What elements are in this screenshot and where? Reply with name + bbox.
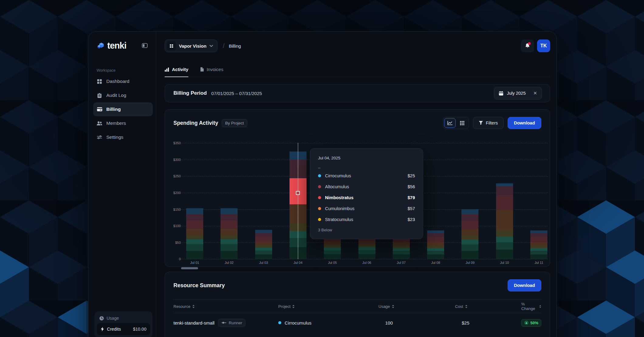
- filters-button[interactable]: Filters: [473, 117, 503, 129]
- bar-segment-jul-07[interactable]: [393, 251, 410, 254]
- bar-segment-jul-05[interactable]: [324, 250, 341, 254]
- bar-segment-cirrocumulus[interactable]: [530, 230, 547, 233]
- bar-segment-jul-09[interactable]: [461, 244, 478, 251]
- column-header-resource[interactable]: Resource: [173, 304, 278, 309]
- column-header-usage[interactable]: Usage: [379, 304, 455, 309]
- resource-name: tenki-standard-small: [173, 320, 214, 325]
- bar-segment-jul-02[interactable]: [221, 239, 238, 244]
- line-chart-view-button[interactable]: [444, 118, 456, 128]
- bar-segment-altocumulus[interactable]: [186, 214, 203, 221]
- bar-segment-cumulonimbus[interactable]: [358, 241, 375, 244]
- user-avatar[interactable]: TK: [537, 39, 550, 52]
- bar-segment-stratocumulus[interactable]: [530, 246, 547, 248]
- bar-segment-nimbostratus[interactable]: [496, 195, 513, 210]
- bar-segment-cirrocumulus[interactable]: [461, 209, 478, 214]
- bar-segment-jul-07[interactable]: [393, 248, 410, 251]
- bar-segment-jul-09[interactable]: [461, 251, 478, 259]
- bar-segment-jul-03[interactable]: [255, 250, 272, 254]
- bar-segment-jul-06[interactable]: [358, 247, 375, 250]
- bar-segment-stratocumulus[interactable]: [255, 245, 272, 248]
- bar-segment-altocumulus[interactable]: [255, 233, 272, 237]
- bar-segment-stratocumulus[interactable]: [496, 230, 513, 237]
- bar-segment-jul-11[interactable]: [530, 251, 547, 254]
- bar-segment-jul-02[interactable]: [221, 244, 238, 251]
- bar-segment-jul-10[interactable]: [496, 250, 513, 259]
- spending-chart[interactable]: Jul 04, 2025 – Cirrocumulus$25Altocumulu…: [173, 140, 541, 267]
- column-header-cost[interactable]: Cost: [455, 304, 521, 309]
- bar-segment-cirrocumulus[interactable]: [221, 208, 238, 214]
- bar-segment-jul-09[interactable]: [461, 240, 478, 244]
- sidebar-item-settings[interactable]: Settings: [88, 130, 153, 144]
- bar-segment-jul-08[interactable]: [427, 254, 444, 259]
- grid-view-button[interactable]: [456, 118, 468, 128]
- bar-segment-cumulonimbus[interactable]: [186, 229, 203, 235]
- chart-horizontal-scrollbar[interactable]: [181, 267, 198, 269]
- bar-segment-cirrocumulus[interactable]: [427, 230, 444, 233]
- sidebar-item-members[interactable]: Members: [88, 116, 153, 130]
- sidebar-item-audit-log[interactable]: Audit Log: [88, 88, 153, 102]
- bar-segment-jul-08[interactable]: [427, 251, 444, 254]
- bar-segment-altocumulus[interactable]: [461, 214, 478, 221]
- bar-segment-cirrocumulus[interactable]: [186, 208, 203, 214]
- bar-segment-jul-01[interactable]: [186, 251, 203, 259]
- bar-segment-nimbostratus[interactable]: [530, 237, 547, 242]
- bar-segment-cumulonimbus[interactable]: [530, 242, 547, 246]
- bar-segment-stratocumulus[interactable]: [393, 246, 410, 248]
- bar-segment-jul-06[interactable]: [358, 254, 375, 259]
- bar-segment-stratocumulus[interactable]: [461, 235, 478, 240]
- bar-segment-jul-01[interactable]: [186, 244, 203, 251]
- bar-segment-jul-05[interactable]: [324, 247, 341, 250]
- clear-month-filter-icon[interactable]: ✕: [533, 90, 537, 96]
- bar-segment-jul-11[interactable]: [530, 254, 547, 259]
- bar-segment-nimbostratus[interactable]: [221, 221, 238, 229]
- bar-segment-cirrocumulus[interactable]: [255, 230, 272, 233]
- month-filter-chip[interactable]: July 2025 ✕: [494, 87, 542, 100]
- bar-segment-jul-03[interactable]: [255, 254, 272, 259]
- bar-segment-stratocumulus[interactable]: [358, 244, 375, 247]
- bar-segment-nimbostratus[interactable]: [255, 237, 272, 242]
- bar-segment-cirrocumulus[interactable]: [496, 183, 513, 186]
- tab-activity[interactable]: Activity: [165, 67, 188, 77]
- column-header-project[interactable]: Project: [278, 304, 379, 309]
- bar-segment-jul-08[interactable]: [427, 248, 444, 251]
- bar-segment-nimbostratus[interactable]: [186, 221, 203, 229]
- bar-segment-nimbostratus[interactable]: [427, 237, 444, 242]
- bar-segment-cumulonimbus[interactable]: [324, 241, 341, 245]
- bar-segment-cumulonimbus[interactable]: [221, 229, 238, 235]
- bar-segment-altocumulus[interactable]: [530, 233, 547, 237]
- table-row[interactable]: tenki-standard-smallRunnerCirrocumulus10…: [173, 313, 541, 332]
- x-axis-tick: Jul 11: [528, 261, 550, 264]
- bar-segment-cumulonimbus[interactable]: [461, 229, 478, 235]
- bar-segment-altocumulus[interactable]: [221, 214, 238, 221]
- bar-segment-cumulonimbus[interactable]: [496, 210, 513, 230]
- bar-segment-jul-01[interactable]: [186, 239, 203, 244]
- bar-segment-altocumulus[interactable]: [427, 233, 444, 237]
- bar-segment-jul-07[interactable]: [393, 254, 410, 259]
- bar-segment-stratocumulus[interactable]: [427, 246, 444, 248]
- tab-invoices[interactable]: Invoices: [200, 67, 223, 77]
- bar-segment-jul-10[interactable]: [496, 237, 513, 242]
- sidebar-item-dashboard[interactable]: Dashboard: [88, 74, 153, 88]
- bar-segment-stratocumulus[interactable]: [221, 235, 238, 239]
- bar-segment-nimbostratus[interactable]: [461, 221, 478, 229]
- bar-segment-cumulonimbus[interactable]: [255, 242, 272, 245]
- bar-segment-jul-02[interactable]: [221, 251, 238, 259]
- resource-download-button[interactable]: Download: [508, 279, 541, 291]
- sidebar-collapse-button[interactable]: [141, 42, 149, 49]
- sidebar-item-billing[interactable]: Billing: [93, 102, 153, 116]
- bar-segment-stratocumulus[interactable]: [186, 235, 203, 239]
- column-header-change[interactable]: % Change: [521, 302, 541, 311]
- bar-segment-jul-05[interactable]: [324, 254, 341, 259]
- bar-segment-jul-11[interactable]: [530, 248, 547, 251]
- spending-download-button[interactable]: Download: [508, 117, 541, 129]
- bar-segment-cumulonimbus[interactable]: [393, 242, 410, 246]
- project-switcher[interactable]: Vapor Vision: [165, 39, 218, 52]
- bar-segment-cumulonimbus[interactable]: [427, 242, 444, 246]
- notifications-button[interactable]: [521, 39, 534, 52]
- credits-row[interactable]: Credits $10.00: [97, 323, 150, 335]
- bar-segment-jul-03[interactable]: [255, 248, 272, 250]
- bar-segment-jul-06[interactable]: [358, 250, 375, 254]
- bar-segment-altocumulus[interactable]: [496, 186, 513, 195]
- bar-segment-jul-10[interactable]: [496, 242, 513, 250]
- bar-segment-stratocumulus[interactable]: [324, 245, 341, 247]
